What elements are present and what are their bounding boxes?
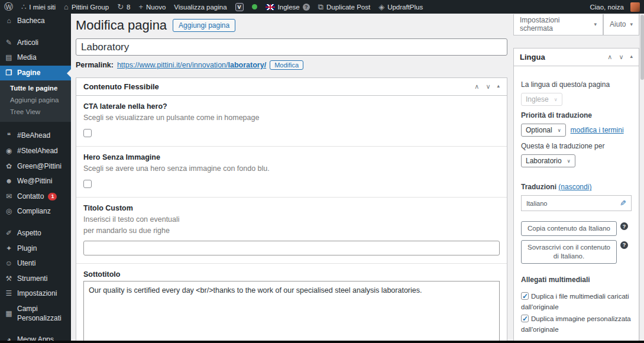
sidebar-item-aspetto[interactable]: ✐ Aspetto bbox=[0, 226, 71, 241]
sidebar-label: Green@Pittini bbox=[17, 162, 62, 172]
post-title-input[interactable] bbox=[76, 38, 507, 56]
sidebar-label: #SteelAhead bbox=[17, 147, 58, 156]
edit-translation-pencil-icon[interactable]: ✎ bbox=[620, 199, 626, 208]
add-page-button[interactable]: Aggiungi pagina bbox=[173, 19, 235, 32]
my-sites-menu[interactable]: ∴ I miei siti bbox=[17, 0, 60, 14]
move-down-icon[interactable]: ∨ bbox=[486, 83, 490, 90]
sidebar-item-campi-personalizzati[interactable]: ▦ Campi Personalizzati bbox=[0, 302, 71, 326]
updraftplus-menu[interactable]: ◈ UpdraftPlus bbox=[374, 0, 427, 14]
plugin-v-menu[interactable]: V bbox=[231, 0, 248, 14]
screen-options-button[interactable]: Impostazioni schermata ▾ bbox=[513, 14, 603, 35]
page-scrollbar[interactable] bbox=[639, 14, 644, 341]
media-icon: ▤ bbox=[5, 53, 13, 63]
chevron-down-icon: ▾ bbox=[630, 21, 633, 27]
sidebar-item-complianz[interactable]: ◎ Complianz bbox=[0, 204, 71, 219]
submenu-tree-view[interactable]: Tree View bbox=[0, 106, 71, 118]
permalink-link[interactable]: https://www.pittini.it/en/innovation/lab… bbox=[117, 61, 266, 69]
new-content-menu[interactable]: + Nuovo bbox=[134, 0, 170, 14]
sidebar-item-contatto[interactable]: ✉ Contatto 1 bbox=[0, 189, 71, 205]
v-plugin-icon: V bbox=[235, 3, 244, 11]
sidebar-label: We@Pittini bbox=[17, 177, 52, 186]
status-indicator[interactable] bbox=[248, 0, 261, 14]
right-sidebar: Impostazioni schermata ▾ Aiuto ▾ Lingua … bbox=[513, 14, 639, 343]
main-content: Modifica pagina Aggiungi pagina Permalin… bbox=[76, 18, 507, 343]
sidebar-label: Media bbox=[17, 53, 37, 63]
sidebar-item-strumenti[interactable]: ⚒ Strumenti bbox=[0, 271, 71, 287]
hide-translations-link[interactable]: (nascondi) bbox=[558, 183, 591, 191]
account-menu[interactable]: Ciao, noiza bbox=[585, 2, 644, 12]
duplicate-files-checkbox[interactable] bbox=[521, 292, 529, 300]
collapse-icon[interactable]: ▴ bbox=[497, 83, 500, 90]
cta-laterale-checkbox[interactable] bbox=[83, 129, 92, 137]
media-attachments-label: Allegati multimediali bbox=[521, 276, 632, 284]
edit-terms-link[interactable]: modifica i termini bbox=[571, 126, 624, 134]
sidebar-label: Articoli bbox=[17, 38, 38, 48]
updates-count: 8 bbox=[127, 4, 130, 11]
duplicate-image-checkbox[interactable] bbox=[521, 315, 529, 322]
submenu-aggiungi-pagina[interactable]: Aggiungi pagina bbox=[0, 94, 71, 106]
admin-sidebar: ⌂ Bacheca ✎ Articoli ▤ Media ❐ Pagine Tu… bbox=[0, 14, 71, 343]
flexible-content-header[interactable]: Contenuto Flessibile ∧ ∨ ▴ bbox=[76, 78, 507, 96]
network-icon: ∴ bbox=[21, 3, 26, 11]
collapse-icon[interactable]: ▴ bbox=[630, 53, 633, 61]
admin-bar: Ⓦ ∴ I miei siti ⌂ Pittini Group ↻ 8 + Nu… bbox=[0, 0, 644, 14]
move-up-icon[interactable]: ∧ bbox=[607, 53, 612, 61]
view-page-menu[interactable]: Visualizza pagina bbox=[170, 0, 231, 14]
move-up-icon[interactable]: ∧ bbox=[474, 83, 479, 90]
duplicate-post-menu[interactable]: ⧉ Duplicate Post bbox=[314, 0, 374, 14]
overwrite-content-button[interactable]: Sovrascrivi con il contenuto di Italiano… bbox=[521, 240, 617, 264]
help-question-icon[interactable]: ? bbox=[620, 241, 628, 249]
duplicate-files-label: Duplica i file multimediali caricati dal… bbox=[521, 293, 629, 310]
updraftplus-label: UpdraftPlus bbox=[387, 4, 423, 11]
hero-senza-immagine-checkbox[interactable] bbox=[83, 180, 92, 188]
translation-of-select[interactable]: Laboratorio ∨ bbox=[521, 154, 575, 167]
field-label: Titolo Custom bbox=[83, 204, 500, 212]
help-question-icon[interactable]: ? bbox=[620, 222, 628, 230]
copy-content-button[interactable]: Copia contenuto da Italiano bbox=[521, 221, 617, 236]
sidebar-item-articoli[interactable]: ✎ Articoli bbox=[0, 35, 71, 51]
wordpress-logo-menu[interactable]: Ⓦ bbox=[0, 0, 17, 14]
page-language-select[interactable]: Inglese ∨ bbox=[521, 93, 562, 106]
language-panel: Lingua ∧ ∨ ▴ La lingua di questo/a pagin… bbox=[513, 48, 639, 343]
move-down-icon[interactable]: ∨ bbox=[619, 53, 623, 61]
edit-permalink-button[interactable]: Modifica bbox=[270, 60, 303, 70]
translation-priority-select[interactable]: Optional ∨ bbox=[521, 124, 566, 137]
sidebar-item-bacheca[interactable]: ⌂ Bacheca bbox=[0, 14, 71, 29]
field-titolo-custom: Titolo Custom Inserisci il testo con eve… bbox=[76, 198, 507, 264]
window-bottom-edge bbox=[0, 341, 644, 343]
help-button[interactable]: Aiuto ▾ bbox=[603, 14, 639, 35]
field-description: Inserisci il testo con eventuali bbox=[83, 215, 500, 225]
field-label: CTA laterale nella hero? bbox=[83, 102, 500, 111]
translations-label: Traduzioni (nascondi) bbox=[521, 183, 632, 191]
sidebar-item-impostazioni[interactable]: ☰ Impostazioni bbox=[0, 286, 71, 302]
updates-menu[interactable]: ↻ 8 bbox=[113, 0, 134, 14]
duplicate-post-label: Duplicate Post bbox=[326, 4, 370, 11]
language-label: Inglese bbox=[278, 4, 300, 11]
sidebar-item-we-pittini[interactable]: ☻ We@Pittini bbox=[0, 174, 71, 189]
sidebar-item-utenti[interactable]: ☺ Utenti bbox=[0, 256, 71, 271]
language-menu[interactable]: Inglese ? bbox=[261, 0, 314, 14]
sidebar-item-media[interactable]: ▤ Media bbox=[0, 50, 71, 66]
sidebar-item-beahead[interactable]: ❝ #BeAhead bbox=[0, 128, 71, 144]
tools-icon: ⚒ bbox=[5, 274, 13, 284]
translation-priority-label: Priorità di traduzione bbox=[521, 111, 632, 119]
envelope-icon: ✉ bbox=[5, 192, 13, 202]
translation-row-italiano: Italiano ✎ bbox=[521, 195, 632, 211]
sottotitolo-textarea[interactable]: Our quality is certified every day <br/>… bbox=[83, 281, 500, 343]
titolo-custom-input[interactable] bbox=[83, 241, 500, 255]
selected-priority: Optional bbox=[526, 126, 552, 134]
scrollbar-thumb[interactable] bbox=[640, 15, 644, 80]
complianz-icon: ◎ bbox=[5, 207, 13, 216]
appearance-icon: ✐ bbox=[5, 229, 13, 238]
updraftplus-icon: ◈ bbox=[378, 3, 384, 11]
sidebar-item-pagine[interactable]: ❐ Pagine bbox=[0, 66, 71, 81]
sidebar-item-plugin[interactable]: ✦ Plugin bbox=[0, 241, 71, 257]
panel-title: Contenuto Flessibile bbox=[83, 82, 159, 91]
permalink-label: Permalink: bbox=[76, 61, 114, 69]
submenu-tutte-le-pagine[interactable]: Tutte le pagine bbox=[0, 82, 71, 94]
language-panel-header[interactable]: Lingua ∧ ∨ ▴ bbox=[514, 48, 639, 66]
site-name-menu[interactable]: ⌂ Pittini Group bbox=[60, 0, 113, 14]
sidebar-item-steelahead[interactable]: ◉ #SteelAhead bbox=[0, 144, 71, 159]
sidebar-item-green-pittini[interactable]: ✿ Green@Pittini bbox=[0, 159, 71, 174]
custom-fields-icon: ▦ bbox=[5, 309, 13, 319]
